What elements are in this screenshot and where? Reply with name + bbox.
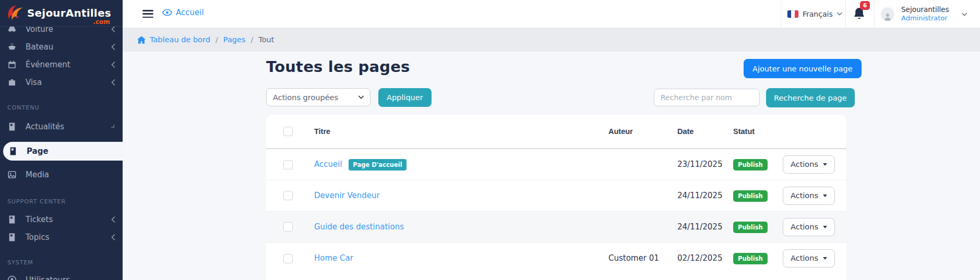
sidebar-item-page[interactable]: Page [3,142,123,161]
sidebar-item-evenement[interactable]: Événement [0,56,123,74]
search-input[interactable] [654,89,760,106]
sidebar-item-label: Topics [26,233,111,242]
journal-icon [7,215,17,224]
row-actions-button[interactable]: Actions [783,155,835,174]
sidebar-item-label: Media [26,170,115,179]
row-actions-button[interactable]: Actions [783,249,835,267]
bird-logo-icon [3,2,26,24]
brand-tld: .com [93,18,110,26]
sidebar-item-media[interactable]: Media [0,166,123,184]
row-checkbox[interactable] [283,222,293,232]
brand-name: SejourAntilles [27,7,111,19]
column-header-statut: Statut [728,115,778,149]
author-cell: Customer 01 [600,242,673,274]
avatar [881,7,894,21]
language-selector[interactable]: Français [781,0,845,28]
table-row: Guide des destinations 24/11/2025 Publis… [266,211,846,242]
page-link[interactable]: Home Car [314,253,353,263]
status-badge: Publish [733,253,768,264]
calendar-icon [7,60,17,69]
page-content: Toutes les pages Ajouter une nouvelle pa… [123,52,980,280]
chevron-left-icon [111,79,115,86]
chevron-left-icon [111,44,115,50]
sidebar-menu: Voiture Bateau Événement Visa CONTENU [0,20,123,280]
sidebar-item-label: Événement [26,60,111,69]
status-badge: Publish [733,159,768,171]
date-cell: 24/11/2025 [673,211,728,242]
breadcrumb-dashboard-link[interactable]: Tableau de bord [150,35,210,44]
chevron-down-icon [962,13,967,16]
date-cell: 02/12/2025 [673,242,728,274]
sidebar-section-support-center: SUPPORT CENTER [0,196,123,207]
notifications-button[interactable]: 6 [845,0,874,28]
add-new-page-button[interactable]: Ajouter une nouvelle page [744,59,862,78]
chevron-down-icon [837,12,842,16]
chevron-left-icon [111,234,115,240]
search-page-button[interactable]: Recherche de page [766,88,855,107]
sidebar-item-label: Visa [26,78,111,87]
breadcrumb-separator: / [250,35,253,44]
view-site-link[interactable]: Accueil [162,8,204,17]
user-menu[interactable]: Sejourantilles Administrator [874,0,980,28]
sidebar-item-label: Tickets [26,215,111,224]
chevron-down-icon [358,95,364,99]
app-window: Voiture Bateau Événement Visa CONTENU [0,0,980,280]
row-actions-button[interactable]: Actions [783,187,835,205]
sidebar-item-visa[interactable]: Visa [0,74,123,91]
breadcrumb: Tableau de bord / Pages / Tout [123,28,980,52]
status-badge: Publish [733,222,768,233]
bulk-actions-select[interactable]: Actions groupées [266,88,371,106]
sidebar: Voiture Bateau Événement Visa CONTENU [0,0,123,280]
row-checkbox[interactable] [283,191,293,200]
homepage-badge: Page D'accueil [349,159,406,171]
column-header-auteur: Auteur [600,115,673,149]
row-actions-button[interactable]: Actions [783,218,835,236]
breadcrumb-pages-link[interactable]: Pages [223,35,246,44]
topbar: Accueil Français 6 Sejourantilles [123,0,980,28]
boat-icon [7,42,17,52]
image-icon [7,170,17,179]
brand-logo[interactable]: SejourAntilles .com [0,0,123,27]
row-checkbox[interactable] [283,160,293,169]
author-cell [600,149,673,180]
french-flag-icon [787,10,798,18]
sidebar-item-tickets[interactable]: Tickets [0,211,123,228]
sidebar-item-topics[interactable]: Topics [0,228,123,246]
person-icon [883,13,892,21]
column-header-titre: Titre [308,115,600,149]
sidebar-section-contenu: CONTENU [0,102,123,113]
actions-label: Actions [791,160,818,168]
column-header-date: Date [673,115,728,149]
apply-button[interactable]: Appliquer [378,88,432,107]
page-link[interactable]: Devenir Vendeur [314,191,380,200]
breadcrumb-current: Tout [258,35,274,44]
actions-label: Actions [791,254,818,262]
caret-down-icon [823,257,827,260]
caret-down-icon [823,194,827,197]
row-checkbox[interactable] [283,254,293,263]
page-link[interactable]: Guide des destinations [314,222,404,232]
author-cell [600,211,673,242]
briefcase-icon [7,78,17,87]
sidebar-item-utilisateurs[interactable]: Utilisateurs [0,271,123,280]
chevron-left-icon [111,216,115,223]
select-all-checkbox[interactable] [283,127,293,136]
user-name: Sejourantilles [901,5,949,14]
caret-down-icon [823,226,827,228]
sidebar-section-system: SYSTEM [0,257,123,268]
sidebar-item-label: Bateau [26,42,111,52]
sidebar-item-bateau[interactable]: Bateau [0,38,123,56]
hamburger-menu-icon[interactable] [142,10,153,18]
page-link[interactable]: Accueil [314,160,342,169]
date-cell: 24/11/2025 [673,180,728,211]
bulk-actions-value: Actions groupées [273,93,338,102]
date-cell: 23/11/2025 [673,149,728,180]
table-row: Devenir Vendeur 24/11/2025 Publish Actio… [266,180,846,211]
author-cell [600,180,673,211]
sidebar-item-label: Page [27,147,115,156]
sidebar-item-actualites[interactable]: Actualités [0,118,123,136]
actions-label: Actions [791,223,818,231]
actions-label: Actions [791,191,818,200]
breadcrumb-separator: / [216,35,218,44]
sidebar-item-label: Actualités [26,122,111,131]
